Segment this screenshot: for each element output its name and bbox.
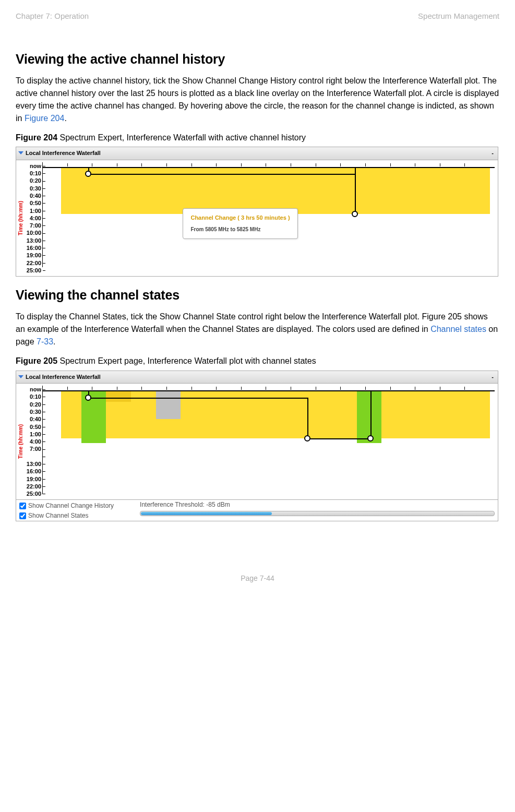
history-line [43,390,495,391]
y-axis-label: Time (hh:mm) [17,200,25,236]
history-line [307,438,370,439]
channel-change-marker[interactable] [85,171,91,177]
tooltip-body: From 5805 MHz to 5825 MHz [190,226,290,233]
y-tick: now [25,162,42,170]
header-left: Chapter 7: Operation [16,10,89,21]
y-ticks-col: now 0:10 0:20 0:30 0:40 0:50 1:00 4:00 7… [25,162,42,274]
y-tick: 7:00 [25,222,42,229]
y-tick: 4:00 [25,438,42,445]
history-line [88,398,307,399]
y-tick: 0:30 [25,408,42,415]
tooltip-title: Channel Change ( 3 hrs 50 minutes ) [190,214,290,222]
channel-change-marker[interactable] [85,395,91,401]
section2-heading: Viewing the channel states [16,286,499,304]
section1-para-end: . [64,114,66,123]
figure204-frame: Local Interference Waterfall - Time (hh:… [16,147,498,277]
y-tick: 0:40 [25,415,42,423]
waterfall-title-wrap: Local Interference Waterfall [18,149,101,157]
figure204-caption-text: Spectrum Expert, Interference Waterfall … [57,133,306,142]
y-tick: 25:00 [25,490,42,497]
y-tick: 25:00 [25,267,42,274]
y-tick: 0:10 [25,170,42,177]
y-tick: 0:20 [25,401,42,408]
header-right: Spectrum Management [418,10,499,21]
figure204-label: Figure 204 [16,133,57,142]
page-number: Page 7-44 [16,574,499,584]
y-tick: 0:30 [25,185,42,192]
waterfall-titlebar: Local Interference Waterfall - [16,371,498,384]
threshold-label: Interference Threshold: -85 dBm [140,500,495,509]
y-tick: 0:50 [25,423,42,431]
show-states-checkbox[interactable]: Show Channel States [19,511,114,520]
waterfall-plot-2 [42,386,495,494]
y-tick: 10:00 [25,229,42,236]
dropdown-icon[interactable] [18,151,23,154]
figure204-link[interactable]: Figure 204 [25,114,65,123]
history-line [370,390,372,438]
checkbox-column: Show Channel Change History Show Channel… [19,501,114,520]
history-line [43,167,495,168]
minimize-icon[interactable]: - [492,149,494,157]
y-tick: 16:00 [25,244,42,252]
figure204-caption: Figure 204 Spectrum Expert, Interference… [16,132,499,144]
channel-change-marker[interactable] [352,211,358,217]
section2-para: To display the Channel States, tick the … [16,311,499,348]
waterfall-controls: Show Channel Change History Show Channel… [16,499,498,521]
channel-states-link[interactable]: Channel states [430,325,486,333]
history-line [88,174,355,175]
x-ticks [43,387,489,390]
show-history-input[interactable] [19,503,26,509]
dropdown-icon[interactable] [18,375,23,378]
y-tick: 1:00 [25,431,42,438]
y-tick: 0:50 [25,199,42,207]
channel-change-marker[interactable] [367,435,374,441]
figure205-caption-text: Spectrum Expert page, Interference Water… [57,356,316,365]
y-axis-label: Time (hh:mm) [17,423,25,460]
page-header: Chapter 7: Operation Spectrum Management [16,10,499,21]
waterfall-title-wrap: Local Interference Waterfall [18,373,101,381]
waterfall-title: Local Interference Waterfall [26,150,101,156]
slider-fill [141,512,272,515]
y-tick: 0:10 [25,393,42,400]
y-tick: 19:00 [25,252,42,259]
y-tick [25,453,42,460]
figure205-frame: Local Interference Waterfall - Time (hh:… [16,371,498,521]
y-tick: 1:00 [25,207,42,214]
y-tick: 16:00 [25,468,42,475]
waterfall-body-2: Time (hh:mm) now 0:10 0:20 0:30 0:40 0:5… [16,384,498,499]
y-tick: 0:40 [25,192,42,199]
section1-para-text: To display the active channel history, t… [16,76,499,123]
waterfall-plot-1: Channel Change ( 3 hrs 50 minutes ) From… [42,162,495,267]
waterfall-body-1: Time (hh:mm) now 0:10 0:20 0:30 0:40 0:5… [16,160,498,276]
y-tick: 22:00 [25,483,42,490]
channel-change-marker[interactable] [304,435,310,441]
show-states-input[interactable] [19,512,26,519]
page-ref-link[interactable]: 7-33 [37,337,53,346]
threshold-slider[interactable] [140,511,495,516]
y-tick: 13:00 [25,237,42,244]
y-ticks-col: now 0:10 0:20 0:30 0:40 0:50 1:00 4:00 7… [25,386,42,497]
channel-state-gray [156,390,181,419]
x-ticks [43,163,489,166]
y-tick: 13:00 [25,460,42,468]
history-line [355,167,356,214]
y-tick: 7:00 [25,445,42,452]
channel-change-tooltip: Channel Change ( 3 hrs 50 minutes ) From… [183,208,297,239]
y-tick: 22:00 [25,259,42,267]
minimize-icon[interactable]: - [492,373,494,381]
y-tick: 4:00 [25,214,42,222]
show-states-label: Show Channel States [28,511,88,520]
section2-para-end: . [53,337,55,346]
waterfall-titlebar: Local Interference Waterfall - [16,147,498,160]
y-tick: 0:20 [25,177,42,184]
section1-para: To display the active channel history, t… [16,75,499,125]
figure205-caption: Figure 205 Spectrum Expert page, Interfe… [16,355,499,367]
waterfall-title: Local Interference Waterfall [26,374,101,380]
show-history-label: Show Channel Change History [28,501,114,510]
section1-heading: Viewing the active channel history [16,50,499,68]
show-history-checkbox[interactable]: Show Channel Change History [19,501,114,510]
history-line [307,398,308,438]
interference-region-alt [106,390,131,402]
section2-para-text: To display the Channel States, tick the … [16,312,488,333]
y-tick: 19:00 [25,475,42,483]
